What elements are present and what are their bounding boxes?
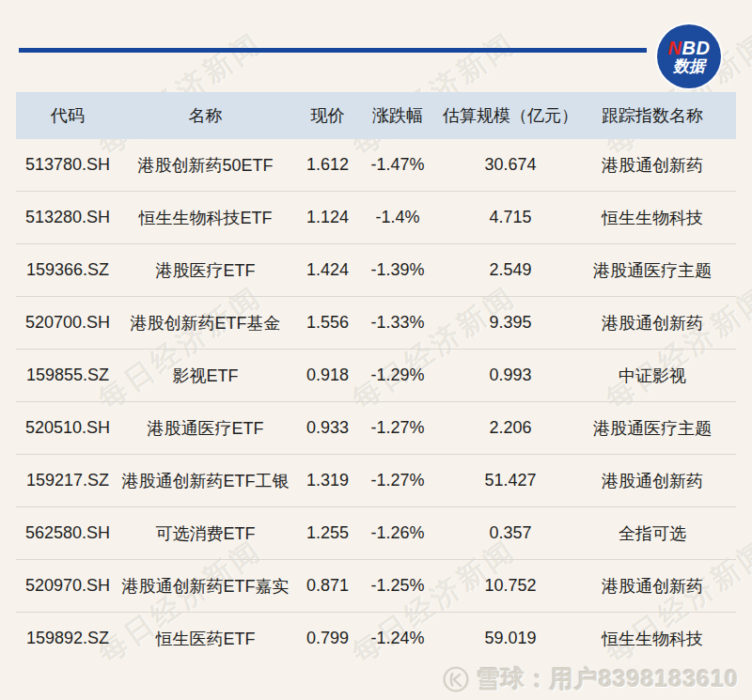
- cell-price: 0.918: [291, 366, 364, 385]
- cell-code: 159892.SZ: [16, 629, 119, 648]
- cell-change: -1.29%: [364, 366, 431, 385]
- cell-code: 520510.SH: [16, 418, 119, 438]
- cell-price: 1.424: [291, 260, 364, 280]
- cell-index: 全指可选: [589, 522, 736, 545]
- cell-scale: 0.357: [431, 523, 589, 543]
- col-header-index: 跟踪指数名称: [589, 104, 736, 127]
- cell-price: 1.319: [291, 471, 364, 490]
- cell-price: 1.255: [291, 523, 364, 543]
- nbd-data-logo: NBD 数据: [657, 24, 721, 88]
- cell-price: 0.799: [291, 629, 364, 648]
- cell-scale: 51.427: [431, 471, 589, 490]
- cell-index: 恒生生物科技: [589, 628, 736, 650]
- cell-scale: 30.674: [431, 155, 589, 175]
- cell-index: 中证影视: [589, 365, 736, 387]
- cell-code: 159366.SZ: [16, 260, 119, 280]
- cell-change: -1.27%: [364, 418, 431, 438]
- cell-name: 港股通创新药ETF工银: [119, 470, 291, 492]
- table-row: 520510.SH 港股通医疗ETF 0.933 -1.27% 2.206 港股…: [16, 401, 736, 454]
- table-row: 159217.SZ 港股通创新药ETF工银 1.319 -1.27% 51.42…: [16, 454, 736, 506]
- cell-scale: 10.752: [431, 576, 589, 596]
- cell-change: -1.33%: [364, 313, 431, 333]
- table-row: 159366.SZ 港股医疗ETF 1.424 -1.39% 2.549 港股通…: [16, 243, 736, 296]
- table-header-row: 代码 名称 现价 涨跌幅 估算规模（亿元） 跟踪指数名称: [16, 92, 736, 139]
- cell-change: -1.24%: [364, 629, 431, 648]
- cell-name: 港股通创新药ETF嘉实: [119, 575, 291, 598]
- cell-change: -1.39%: [364, 260, 431, 280]
- table-row: 513780.SH 港股创新药50ETF 1.612 -1.47% 30.674…: [16, 139, 736, 191]
- cell-code: 513280.SH: [16, 208, 119, 227]
- cell-name: 港股创新药50ETF: [119, 154, 291, 177]
- cell-code: 520970.SH: [16, 576, 119, 596]
- cell-change: -1.27%: [364, 471, 431, 490]
- table-row: 520970.SH 港股通创新药ETF嘉实 0.871 -1.25% 10.75…: [16, 559, 736, 612]
- cell-price: 0.933: [291, 418, 364, 438]
- col-header-name: 名称: [119, 104, 291, 127]
- cell-index: 港股通医疗主题: [589, 417, 736, 440]
- table-row: 159892.SZ 恒生医药ETF 0.799 -1.24% 59.019 恒生…: [16, 612, 736, 664]
- col-header-code: 代码: [16, 104, 119, 127]
- cell-scale: 4.715: [431, 208, 589, 227]
- cell-index: 港股通创新药: [589, 154, 736, 177]
- cell-price: 1.556: [291, 313, 364, 333]
- col-header-change: 涨跌幅: [364, 104, 431, 127]
- cell-code: 159217.SZ: [16, 471, 119, 490]
- header-rule: [19, 48, 647, 53]
- source-watermark: 雪球：用户8398183610: [442, 663, 739, 694]
- table-body: 513780.SH 港股创新药50ETF 1.612 -1.47% 30.674…: [16, 139, 736, 664]
- cell-price: 1.124: [291, 208, 364, 227]
- cell-price: 0.871: [291, 576, 364, 596]
- cell-index: 港股通医疗主题: [589, 259, 736, 282]
- source-watermark-text: 雪球：用户8398183610: [477, 663, 739, 694]
- col-header-price: 现价: [291, 104, 364, 127]
- cell-code: 562580.SH: [16, 523, 119, 543]
- cell-scale: 0.993: [431, 366, 589, 385]
- table-row: 520700.SH 港股创新药ETF基金 1.556 -1.33% 9.395 …: [16, 296, 736, 349]
- cell-scale: 9.395: [431, 313, 589, 333]
- cell-name: 恒生生物科技ETF: [119, 207, 291, 229]
- col-header-scale: 估算规模（亿元）: [431, 104, 589, 127]
- cell-index: 恒生生物科技: [589, 207, 736, 229]
- cell-name: 港股创新药ETF基金: [119, 312, 291, 334]
- xueqiu-logo-icon: [442, 665, 470, 693]
- cell-index: 港股通创新药: [589, 470, 736, 492]
- cell-name: 可选消费ETF: [119, 522, 291, 545]
- cell-scale: 2.206: [431, 418, 589, 438]
- cell-change: -1.25%: [364, 576, 431, 596]
- cell-name: 影视ETF: [119, 365, 291, 387]
- cell-scale: 2.549: [431, 260, 589, 280]
- cell-code: 159855.SZ: [16, 366, 119, 385]
- cell-index: 港股通创新药: [589, 312, 736, 334]
- nbd-logo-text: NBD: [668, 39, 711, 58]
- table-row: 159855.SZ 影视ETF 0.918 -1.29% 0.993 中证影视: [16, 349, 736, 401]
- table-row: 562580.SH 可选消费ETF 1.255 -1.26% 0.357 全指可…: [16, 506, 736, 559]
- etf-table: 代码 名称 现价 涨跌幅 估算规模（亿元） 跟踪指数名称 513780.SH 港…: [16, 92, 736, 664]
- table-row: 513280.SH 恒生生物科技ETF 1.124 -1.4% 4.715 恒生…: [16, 191, 736, 243]
- cell-code: 520700.SH: [16, 313, 119, 333]
- cell-index: 港股通创新药: [589, 575, 736, 598]
- cell-name: 港股医疗ETF: [119, 259, 291, 282]
- cell-name: 恒生医药ETF: [119, 628, 291, 650]
- cell-name: 港股通医疗ETF: [119, 417, 291, 440]
- cell-change: -1.26%: [364, 523, 431, 543]
- cell-scale: 59.019: [431, 629, 589, 648]
- cell-change: -1.47%: [364, 155, 431, 175]
- cell-code: 513780.SH: [16, 155, 119, 175]
- cell-price: 1.612: [291, 155, 364, 175]
- nbd-logo-subtext: 数据: [673, 58, 705, 75]
- cell-change: -1.4%: [364, 208, 431, 227]
